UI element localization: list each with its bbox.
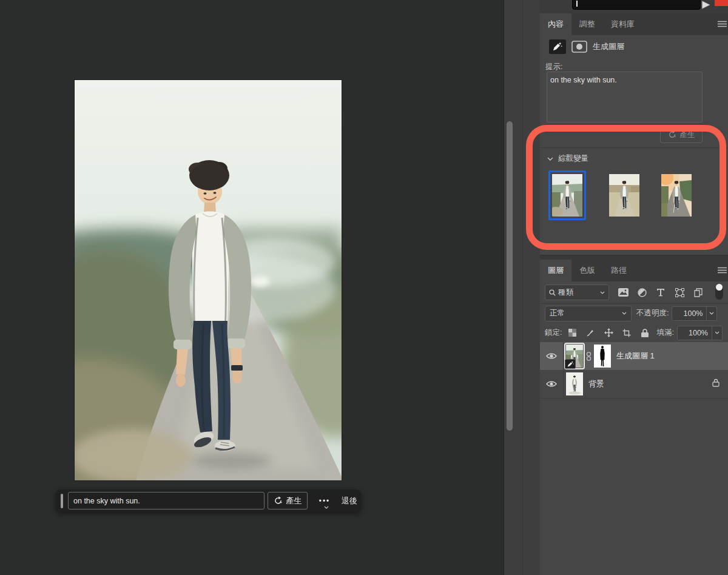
divider <box>522 0 523 575</box>
tab-paths[interactable]: 路徑 <box>603 260 635 281</box>
tab-content[interactable]: 內容 <box>540 13 571 35</box>
generate-label: 產生 <box>286 496 302 506</box>
tab-adjustments[interactable]: 調整 <box>571 13 603 35</box>
lock-artboard-icon[interactable] <box>621 327 632 339</box>
eye-icon <box>546 380 557 388</box>
panel-generate-button[interactable]: 產生 <box>660 126 703 143</box>
tab-libraries[interactable]: 資料庫 <box>603 13 642 35</box>
filter-kind-label: 種類 <box>558 288 573 298</box>
mask-link-icon[interactable] <box>584 352 593 361</box>
generative-layer-icon <box>549 39 566 54</box>
prompt-textarea[interactable]: on the sky with sun. <box>547 72 703 123</box>
layer-thumbnail[interactable] <box>566 345 583 368</box>
layer-mask-thumbnail[interactable] <box>594 345 611 368</box>
layer-name: 生成圖層 1 <box>616 351 728 361</box>
shape-filter-icon[interactable] <box>674 286 685 298</box>
variation-thumbnail-1[interactable] <box>552 174 582 217</box>
layer-locked-icon <box>712 378 720 389</box>
fill-dropdown[interactable] <box>712 326 723 340</box>
visibility-toggle[interactable] <box>540 342 564 370</box>
blend-row: 正常 不透明度: 100% <box>540 303 728 323</box>
smart-object-filter-icon[interactable] <box>693 286 704 298</box>
prompt-input[interactable] <box>68 492 265 509</box>
panel-menu-icon[interactable] <box>718 21 727 27</box>
lock-paint-icon[interactable] <box>585 327 596 339</box>
opacity-label: 不透明度: <box>636 308 669 318</box>
panel-gutter <box>504 0 541 575</box>
text-caret <box>576 1 578 7</box>
chevron-down-icon <box>600 291 605 294</box>
layer-type-label: 生成圖層 <box>593 41 624 52</box>
panel-dock: 內容 調整 資料庫 生成圖層 提示: on the sky with sun. … <box>540 0 728 575</box>
search-icon <box>549 289 556 296</box>
layer-filter-row: 種類 <box>540 281 728 304</box>
top-partial-bar <box>540 0 728 14</box>
record-badge <box>715 0 728 6</box>
variation-thumbnail-2[interactable] <box>609 174 639 217</box>
canvas-pasteboard[interactable]: 產生 ••• 退後 <box>0 0 504 575</box>
tab-channels[interactable]: 色版 <box>571 260 603 281</box>
lock-label: 鎖定: <box>545 328 562 338</box>
properties-tabbar: 內容 調整 資料庫 <box>540 13 728 35</box>
opacity-dropdown[interactable] <box>707 306 717 321</box>
layer-row-generative[interactable]: 生成圖層 1 <box>540 342 728 371</box>
generate-label: 產生 <box>680 130 695 140</box>
blend-mode-value: 正常 <box>550 308 565 318</box>
fill-field[interactable]: 100% <box>677 326 712 340</box>
canvas-document[interactable] <box>75 80 342 480</box>
prompt-label: 提示: <box>545 62 562 72</box>
generative-badge-icon <box>565 359 576 369</box>
panel-menu-icon[interactable] <box>718 267 727 274</box>
generate-button[interactable]: 產生 <box>268 492 308 509</box>
variations-section: 綜觀變量 <box>540 147 728 255</box>
layers-tabbar: 圖層 色版 路徑 <box>540 260 728 281</box>
lock-all-icon[interactable] <box>639 327 650 339</box>
opacity-field[interactable]: 100% <box>672 306 707 321</box>
more-options-icon: ••• <box>319 497 331 505</box>
drag-handle[interactable] <box>61 494 63 508</box>
layer-row-background[interactable]: 背景 <box>540 370 728 398</box>
partial-text-field[interactable] <box>572 0 701 10</box>
fill-label: 填滿: <box>656 328 673 338</box>
chevron-down-icon <box>715 331 720 334</box>
filter-kind-select[interactable]: 種類 <box>545 284 609 300</box>
lock-position-icon[interactable] <box>603 327 614 339</box>
adjustment-filter-icon[interactable] <box>636 286 647 298</box>
visibility-toggle[interactable] <box>540 370 564 398</box>
blend-mode-select[interactable]: 正常 <box>545 306 632 321</box>
contextual-taskbar: 產生 ••• 退後 <box>56 489 361 512</box>
variations-header[interactable]: 綜觀變量 <box>547 153 588 164</box>
lock-transparency-icon[interactable] <box>567 327 578 339</box>
generate-icon <box>668 130 676 139</box>
more-options-button[interactable]: ••• <box>314 497 335 505</box>
type-filter-icon[interactable] <box>655 286 666 298</box>
variation-thumbnail-3[interactable] <box>661 174 692 217</box>
properties-header: 生成圖層 <box>540 35 728 58</box>
generate-icon <box>274 496 283 505</box>
chevron-down-icon <box>709 312 714 315</box>
document-photo <box>75 80 342 480</box>
variations-title: 綜觀變量 <box>558 153 588 164</box>
tab-layers[interactable]: 圖層 <box>540 260 571 281</box>
photoshop-window: 產生 ••• 退後 內容 調整 資料庫 <box>0 0 728 575</box>
vertical-scrollbar[interactable] <box>507 121 513 431</box>
eye-icon <box>546 352 557 360</box>
chevron-down-icon <box>622 312 627 315</box>
image-filter-icon[interactable] <box>618 286 629 298</box>
lock-row: 鎖定: <box>540 323 728 342</box>
chevron-down-icon <box>324 506 329 509</box>
layer-thumbnail[interactable] <box>566 372 583 395</box>
play-icon[interactable] <box>701 1 712 9</box>
mask-icon <box>571 41 587 53</box>
chevron-down-icon <box>547 157 553 161</box>
layer-name: 背景 <box>588 378 712 389</box>
back-button[interactable]: 退後 <box>342 496 357 506</box>
filter-toggle[interactable] <box>715 285 723 300</box>
